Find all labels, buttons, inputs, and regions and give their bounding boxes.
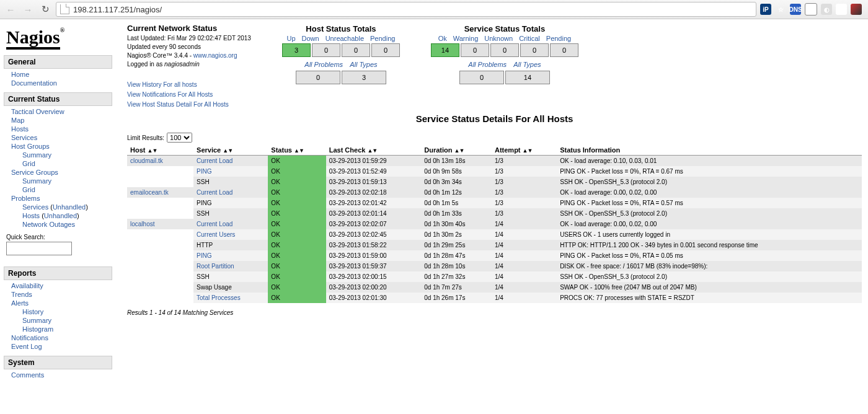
status-link[interactable]: View Host Status Detail For All Hosts bbox=[127, 101, 229, 108]
h-extension-icon[interactable]: H bbox=[836, 4, 847, 15]
nagios-org-link[interactable]: www.nagios.org bbox=[193, 52, 237, 59]
nav-service-groups[interactable]: Service Groups bbox=[11, 169, 58, 176]
nav-grid[interactable]: Grid bbox=[22, 186, 35, 193]
sort-icon[interactable]: ▲▼ bbox=[367, 148, 377, 154]
nav-home[interactable]: Home bbox=[11, 71, 29, 78]
host-link[interactable]: emailocean.tk bbox=[130, 189, 169, 196]
service-link[interactable]: Current Load bbox=[197, 157, 232, 164]
last-check-cell: 03-29-2013 02:01:30 bbox=[326, 293, 422, 303]
host-all-types-count[interactable]: 3 bbox=[342, 71, 386, 84]
bookmark-star-icon[interactable]: ☆ bbox=[775, 4, 786, 15]
total-count-critical[interactable]: 0 bbox=[520, 43, 549, 57]
back-button[interactable]: ← bbox=[4, 2, 17, 16]
nav-unhandled[interactable]: Unhandled bbox=[44, 212, 77, 219]
total-count-pending[interactable]: 0 bbox=[371, 43, 400, 57]
square-extension-icon[interactable] bbox=[851, 4, 862, 15]
attempt-cell: 1/4 bbox=[492, 219, 557, 229]
nav-tactical-overview[interactable]: Tactical Overview bbox=[11, 108, 64, 115]
mail-extension-icon[interactable]: M bbox=[805, 3, 817, 15]
nav-trends[interactable]: Trends bbox=[11, 291, 32, 298]
status-link[interactable]: View History For all hosts bbox=[127, 81, 197, 88]
service-link[interactable]: Current Load bbox=[197, 221, 232, 227]
service-link[interactable]: Current Load bbox=[197, 189, 232, 196]
nav-availability[interactable]: Availability bbox=[11, 282, 43, 289]
service-link[interactable]: Current Users bbox=[197, 231, 235, 238]
host-link[interactable]: cloudmail.tk bbox=[130, 157, 163, 164]
service-link[interactable]: PING bbox=[197, 252, 211, 259]
forward-button[interactable]: → bbox=[21, 2, 35, 16]
sort-icon[interactable]: ▲▼ bbox=[148, 148, 157, 154]
status-cell: OK bbox=[268, 166, 326, 177]
attempt-cell: 1/4 bbox=[492, 240, 557, 250]
nav-comments[interactable]: Comments bbox=[11, 371, 44, 379]
nav-summary[interactable]: Summary bbox=[22, 151, 51, 159]
nav-history[interactable]: History bbox=[22, 308, 43, 315]
nav-hosts[interactable]: Hosts bbox=[22, 212, 40, 219]
nav-notifications[interactable]: Notifications bbox=[11, 334, 48, 341]
svc-all-problems-link[interactable]: All Problems bbox=[468, 61, 507, 68]
service-link[interactable]: PING bbox=[197, 168, 211, 175]
host-link[interactable]: localhost bbox=[130, 221, 154, 227]
nav-event-log[interactable]: Event Log bbox=[11, 343, 42, 350]
host-all-problems-count[interactable]: 0 bbox=[296, 71, 340, 84]
nav-histogram[interactable]: Histogram bbox=[22, 325, 53, 333]
dns-extension-icon[interactable]: DNS bbox=[790, 4, 801, 15]
total-label-unreachable[interactable]: Unreachable bbox=[323, 35, 366, 42]
total-count-down[interactable]: 0 bbox=[312, 43, 340, 57]
nav-summary[interactable]: Summary bbox=[22, 177, 51, 185]
svc-all-types-count[interactable]: 14 bbox=[505, 71, 550, 84]
svc-all-problems-count[interactable]: 0 bbox=[459, 71, 504, 84]
svc-all-types-link[interactable]: All Types bbox=[513, 61, 541, 68]
nav-unhandled[interactable]: Unhandled bbox=[53, 203, 86, 211]
service-row: PINGOK03-29-2013 01:59:000d 1h 28m 47s1/… bbox=[127, 250, 862, 261]
duration-cell: 0d 0h 3m 34s bbox=[421, 177, 492, 187]
all-problems-link[interactable]: All Problems bbox=[304, 61, 343, 68]
limit-select[interactable]: 100 bbox=[167, 133, 192, 143]
status-link[interactable]: View Notifications For All Hosts bbox=[127, 91, 213, 98]
total-label-up[interactable]: Up bbox=[284, 35, 298, 42]
service-row: Total ProcessesOK03-29-2013 02:01:300d 1… bbox=[127, 293, 862, 303]
service-link[interactable]: Total Processes bbox=[197, 294, 241, 301]
nav-grid[interactable]: Grid bbox=[22, 160, 35, 167]
total-label-pending[interactable]: Pending bbox=[544, 35, 574, 42]
total-label-ok[interactable]: Ok bbox=[436, 35, 450, 42]
reload-button[interactable]: ↻ bbox=[38, 2, 52, 16]
last-check-cell: 03-29-2013 02:00:20 bbox=[326, 282, 422, 293]
nav-services[interactable]: Services bbox=[11, 134, 37, 141]
total-count-up[interactable]: 3 bbox=[282, 43, 311, 57]
total-label-pending[interactable]: Pending bbox=[368, 35, 397, 42]
total-count-pending[interactable]: 0 bbox=[550, 43, 578, 57]
total-count-ok[interactable]: 14 bbox=[431, 43, 459, 57]
total-label-unknown[interactable]: Unknown bbox=[482, 35, 515, 42]
total-label-down[interactable]: Down bbox=[299, 35, 322, 42]
all-types-link[interactable]: All Types bbox=[350, 61, 377, 68]
sort-icon[interactable]: ▲▼ bbox=[223, 148, 232, 154]
sort-icon[interactable]: ▲▼ bbox=[523, 148, 533, 154]
nav-map[interactable]: Map bbox=[11, 117, 24, 124]
ip-extension-icon[interactable]: iP bbox=[760, 4, 771, 15]
nav-hosts[interactable]: Hosts bbox=[11, 125, 29, 133]
total-count-warning[interactable]: 0 bbox=[461, 43, 489, 57]
nav-host-groups[interactable]: Host Groups bbox=[11, 143, 50, 150]
nav-problems[interactable]: Problems bbox=[11, 195, 40, 202]
nav-documentation[interactable]: Documentation bbox=[11, 79, 57, 87]
results-count: Results 1 - 14 of 14 Matching Services bbox=[127, 309, 862, 316]
nav-network-outages[interactable]: Network Outages bbox=[22, 221, 75, 228]
col-status-information: Status Information bbox=[557, 145, 862, 156]
total-count-unreachable[interactable]: 0 bbox=[342, 43, 370, 57]
sort-icon[interactable]: ▲▼ bbox=[454, 148, 464, 154]
nav-alerts[interactable]: Alerts bbox=[11, 299, 29, 307]
total-count-unknown[interactable]: 0 bbox=[490, 43, 519, 57]
nav-summary[interactable]: Summary bbox=[22, 317, 51, 324]
sort-icon[interactable]: ▲▼ bbox=[294, 148, 304, 154]
service-link[interactable]: Root Partition bbox=[197, 263, 234, 270]
grey-extension-icon[interactable]: ◐ bbox=[821, 4, 832, 15]
quick-search-input[interactable] bbox=[6, 242, 72, 255]
total-label-warning[interactable]: Warning bbox=[451, 35, 481, 42]
status-cell: OK bbox=[268, 156, 326, 167]
service-status-table: Host ▲▼Service ▲▼Status ▲▼Last Check ▲▼D… bbox=[127, 145, 862, 303]
address-bar[interactable]: 198.211.117.251/nagios/ bbox=[56, 2, 756, 17]
nav-services[interactable]: Services bbox=[22, 203, 48, 211]
total-label-critical[interactable]: Critical bbox=[516, 35, 542, 42]
info-cell: PROCS OK: 77 processes with STATE = RSZD… bbox=[557, 293, 862, 303]
